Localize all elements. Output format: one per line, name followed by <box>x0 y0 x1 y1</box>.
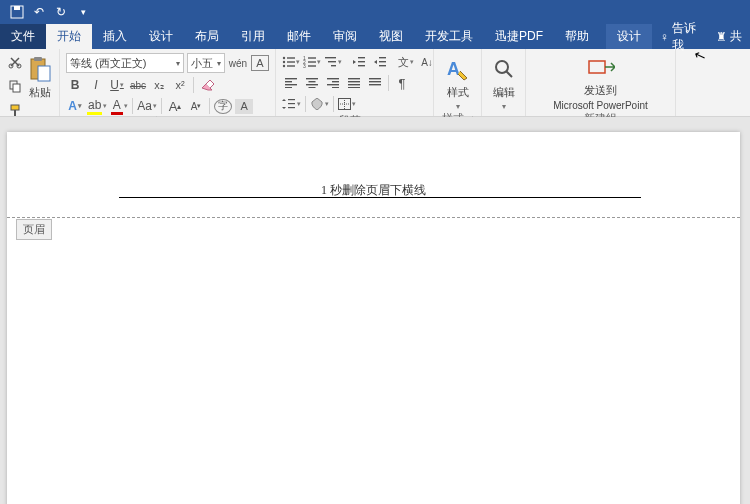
svg-rect-37 <box>309 81 316 82</box>
svg-rect-34 <box>285 84 297 85</box>
svg-rect-45 <box>348 81 360 82</box>
change-case-button[interactable]: Aa▾ <box>137 97 157 115</box>
align-justify-button[interactable] <box>345 74 363 92</box>
char-shading-button[interactable]: A <box>235 99 253 114</box>
numbering-button[interactable]: 123▾ <box>303 53 321 71</box>
svg-rect-22 <box>308 65 316 66</box>
person-icon: ♜ <box>716 30 727 44</box>
svg-rect-31 <box>379 65 386 66</box>
grow-font-button[interactable]: A▴ <box>166 97 184 115</box>
tab-contextual-design[interactable]: 设计 <box>606 24 652 49</box>
header-boundary <box>7 217 740 218</box>
quick-access-toolbar: ↶ ↻ ▾ <box>0 0 750 24</box>
tab-review[interactable]: 审阅 <box>322 24 368 49</box>
svg-rect-24 <box>328 61 336 62</box>
strike-button[interactable]: abc <box>129 76 147 94</box>
tab-help[interactable]: 帮助 <box>554 24 600 49</box>
align-left-button[interactable] <box>282 74 300 92</box>
decrease-indent-button[interactable] <box>350 53 368 71</box>
svg-rect-38 <box>306 84 318 85</box>
underline-button[interactable]: U▾ <box>108 76 126 94</box>
document-area: 1 秒删除页眉下横线 页眉 <box>0 117 750 504</box>
char-border-icon[interactable]: A <box>251 55 269 71</box>
font-name-combo[interactable]: 等线 (西文正文)▾ <box>66 53 184 73</box>
borders-button[interactable]: ▾ <box>338 95 356 113</box>
svg-text:3: 3 <box>303 63 306 68</box>
svg-text:A: A <box>447 59 460 79</box>
group-newgroup: 发送到 Microsoft PowerPoint 新建组 <box>526 49 676 116</box>
svg-rect-50 <box>369 84 381 85</box>
header-tag[interactable]: 页眉 <box>16 219 52 240</box>
bullets-button[interactable]: ▾ <box>282 53 300 71</box>
svg-rect-10 <box>38 66 50 81</box>
svg-rect-7 <box>14 110 16 116</box>
editing-button[interactable]: 编辑 ▾ <box>486 51 521 111</box>
phonetic-guide-icon[interactable]: wén <box>228 54 248 72</box>
tab-file[interactable]: 文件 <box>0 24 46 49</box>
svg-rect-43 <box>332 87 339 88</box>
svg-rect-28 <box>358 65 365 66</box>
shading-button[interactable]: ▾ <box>310 95 329 113</box>
tab-view[interactable]: 视图 <box>368 24 414 49</box>
cut-icon[interactable] <box>6 53 24 71</box>
svg-rect-23 <box>325 57 336 58</box>
tab-home[interactable]: 开始 <box>46 24 92 49</box>
send-to-ppt-button[interactable]: 发送到 Microsoft PowerPoint <box>530 51 671 111</box>
styles-button[interactable]: A 样式 ▾ <box>438 51 477 111</box>
svg-rect-18 <box>308 57 316 58</box>
save-icon[interactable] <box>6 2 28 22</box>
line-spacing-button[interactable]: ▾ <box>282 95 301 113</box>
increase-indent-button[interactable] <box>371 53 389 71</box>
svg-rect-33 <box>285 81 292 82</box>
svg-rect-36 <box>306 78 318 79</box>
svg-rect-39 <box>309 87 316 88</box>
clear-format-icon[interactable] <box>198 76 216 94</box>
styles-icon: A <box>444 55 472 83</box>
enclose-char-button[interactable]: 字 <box>214 99 232 114</box>
text-effects-button[interactable]: A▾ <box>66 97 84 115</box>
tab-pdf[interactable]: 迅捷PDF <box>484 24 554 49</box>
subscript-button[interactable]: x₂ <box>150 76 168 94</box>
svg-rect-32 <box>285 78 297 79</box>
align-center-button[interactable] <box>303 74 321 92</box>
asian-layout-button[interactable]: 文▾ <box>397 53 415 71</box>
tab-mail[interactable]: 邮件 <box>276 24 322 49</box>
tab-layout[interactable]: 布局 <box>184 24 230 49</box>
tab-design[interactable]: 设计 <box>138 24 184 49</box>
svg-rect-12 <box>287 57 295 58</box>
qat-customize-icon[interactable]: ▾ <box>72 2 94 22</box>
svg-rect-25 <box>331 65 336 66</box>
tab-insert[interactable]: 插入 <box>92 24 138 49</box>
align-distribute-button[interactable] <box>366 74 384 92</box>
font-color-button[interactable]: A▾ <box>110 97 128 115</box>
tab-dev[interactable]: 开发工具 <box>414 24 484 49</box>
svg-rect-1 <box>14 6 20 10</box>
group-paragraph: ▾ 123▾ ▾ 文▾ A↓ ¶ <box>276 49 434 116</box>
shrink-font-button[interactable]: A▾ <box>187 97 205 115</box>
svg-rect-20 <box>308 61 316 62</box>
copy-icon[interactable] <box>6 77 24 95</box>
undo-icon[interactable]: ↶ <box>28 2 50 22</box>
svg-rect-5 <box>13 84 20 92</box>
svg-rect-27 <box>358 61 365 62</box>
paste-button[interactable]: 粘贴 <box>24 51 55 119</box>
send-icon <box>587 53 615 81</box>
svg-rect-46 <box>348 84 360 85</box>
tab-references[interactable]: 引用 <box>230 24 276 49</box>
svg-point-13 <box>283 61 285 63</box>
multilevel-button[interactable]: ▾ <box>324 53 342 71</box>
share-button[interactable]: ♜ 共 <box>708 28 750 45</box>
group-clipboard: 粘贴 剪贴板◢ <box>0 49 60 116</box>
font-size-combo[interactable]: 小五▾ <box>187 53 225 73</box>
group-styles: A 样式 ▾ 样式◢ <box>434 49 482 116</box>
redo-icon[interactable]: ↻ <box>50 2 72 22</box>
align-right-button[interactable] <box>324 74 342 92</box>
group-editing: 编辑 ▾ <box>482 49 526 116</box>
superscript-button[interactable]: x² <box>171 76 189 94</box>
show-marks-button[interactable]: ¶ <box>393 74 411 92</box>
page[interactable]: 1 秒删除页眉下横线 页眉 <box>7 132 740 504</box>
italic-button[interactable]: I <box>87 76 105 94</box>
bold-button[interactable]: B <box>66 76 84 94</box>
editing-label: 编辑 <box>493 85 515 100</box>
highlight-button[interactable]: ab▾ <box>87 97 107 115</box>
